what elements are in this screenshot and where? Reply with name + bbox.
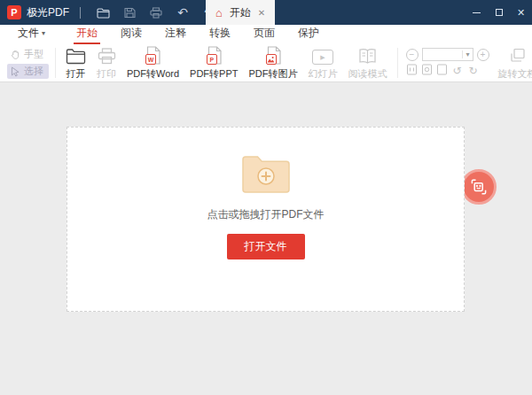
maximize-icon [496,9,503,16]
undo-icon[interactable]: ↶ [171,3,194,22]
pdf-to-word-icon: W [145,45,161,65]
pdf-to-word-button[interactable]: W PDF转Word [127,45,179,81]
print-icon[interactable] [145,3,168,22]
toolbar: 手型 选择 打开 打印 [0,44,532,82]
rotate-document-icon [508,45,528,65]
app-title: 极光PDF [27,5,69,20]
chevron-down-icon: ▾ [462,50,472,58]
ppt-badge: P [207,54,217,65]
window-minimize-button[interactable] [466,0,488,25]
play-icon: ▶ [320,54,325,61]
menu-file[interactable]: 文件 ▾ [14,26,49,44]
rotate-left-icon[interactable]: ↺ [451,66,464,76]
zoom-in-button[interactable]: + [477,49,489,61]
main-area: 点击或拖拽打开PDF文件 打开文件 [0,82,532,395]
menu-tab-convert[interactable]: 转换 [207,26,232,44]
minimize-icon [473,12,481,13]
rotate-document-label: 旋转文档 [498,67,532,81]
cursor-icon [11,66,20,77]
select-tool-label: 选择 [24,65,43,78]
menu-tab-protect[interactable]: 保护 [296,26,321,44]
toolbar-separator [397,48,398,78]
book-icon [358,45,377,65]
save-icon[interactable] [118,3,141,22]
open-button-label: 打开 [66,67,86,81]
zoom-out-button[interactable]: − [406,49,419,61]
close-icon: ✕ [517,7,525,19]
open-folder-icon [66,45,86,65]
slideshow-icon: ▶ [312,45,333,65]
toolbar-separator [55,48,56,78]
convert-document-icon [470,178,488,196]
zoom-level-select[interactable]: ▾ [422,48,473,61]
image-badge [266,54,277,65]
chevron-down-icon: ▾ [42,29,45,37]
app-logo-letter: P [11,7,17,18]
tab-home-start[interactable]: ⌂ 开始 ✕ [206,0,275,25]
menu-tab-start[interactable]: 开始 [74,26,99,44]
fit-page-icon[interactable] [421,64,433,78]
zoom-controls-group: − ▾ + ↺ ↻ [406,48,489,78]
pointer-tools-group: 手型 选择 [7,47,49,79]
open-button[interactable]: 打开 [66,45,86,81]
hand-icon [11,50,20,59]
tab-close-icon[interactable]: ✕ [258,8,265,18]
open-file-button[interactable]: 打开文件 [227,234,305,259]
reading-mode-label: 阅读模式 [348,67,387,81]
dropzone-hint-text: 点击或拖拽打开PDF文件 [207,207,325,222]
pdf-to-image-button[interactable]: PDF转图片 [249,45,298,81]
window-controls: ✕ [466,0,532,25]
pdf-to-word-label: PDF转Word [127,67,179,81]
app-logo: P [7,5,21,19]
slideshow-button[interactable]: ▶ 幻灯片 [309,45,338,81]
printer-icon [98,45,116,65]
menu-file-label: 文件 [18,26,39,41]
select-tool-button[interactable]: 选择 [7,64,49,79]
open-file-icon[interactable] [91,3,114,22]
rotate-right-icon[interactable]: ↻ [467,66,480,76]
fit-width-icon[interactable] [406,64,418,78]
menu-tab-page[interactable]: 页面 [252,26,277,44]
window-maximize-button[interactable] [488,0,510,25]
menu-tab-annotate[interactable]: 注释 [163,26,188,44]
pdf-to-ppt-label: PDF转PPT [190,67,238,81]
slideshow-label: 幻灯片 [309,67,338,81]
add-folder-icon [240,152,292,195]
window-close-button[interactable]: ✕ [510,0,532,25]
hand-tool-button[interactable]: 手型 [7,47,49,62]
pdf-to-ppt-button[interactable]: P PDF转PPT [190,45,238,81]
print-button[interactable]: 打印 [97,45,116,81]
menu-tab-read[interactable]: 阅读 [119,26,144,44]
reading-mode-button[interactable]: 阅读模式 [348,45,387,81]
titlebar-separator [80,7,81,19]
menubar: 文件 ▾ 开始 阅读 注释 转换 页面 保护 [0,25,532,44]
pdf-to-image-label: PDF转图片 [249,67,298,81]
pdf-to-ppt-icon: P [206,45,223,65]
convert-fab-button[interactable] [461,169,497,205]
pdf-to-image-icon [265,45,282,65]
hand-tool-label: 手型 [24,48,43,61]
print-button-label: 打印 [97,67,116,81]
tab-label: 开始 [230,5,251,20]
word-badge: W [145,54,156,65]
home-icon: ⌂ [215,7,223,19]
rotate-document-button[interactable]: 旋转文档 [498,45,532,81]
titlebar: P 极光PDF ↶ ↷ ⌂ 开始 ✕ ✕ [0,0,532,25]
actual-size-icon[interactable] [436,64,448,78]
pdf-dropzone[interactable]: 点击或拖拽打开PDF文件 打开文件 [66,127,465,312]
